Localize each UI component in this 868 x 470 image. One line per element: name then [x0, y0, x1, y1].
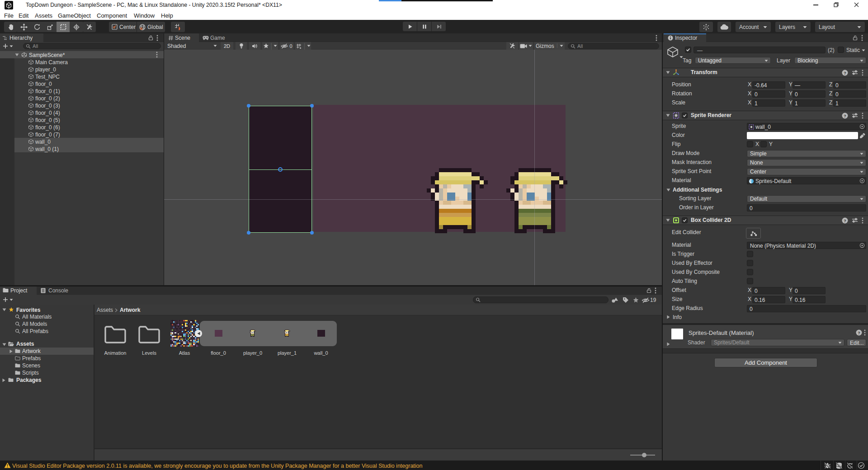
svg-text:?: ?	[844, 114, 846, 118]
svg-text:?: ?	[844, 71, 846, 75]
svg-text:?: ?	[858, 331, 860, 335]
svg-text:?: ?	[844, 219, 846, 223]
